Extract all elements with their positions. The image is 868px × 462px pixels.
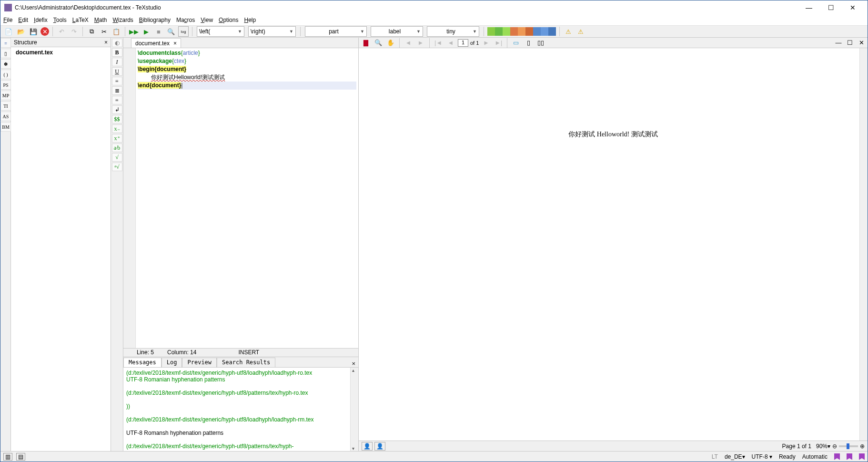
languagetool-icon[interactable]: LT: [712, 453, 718, 460]
menu-edit[interactable]: Edit: [18, 17, 28, 23]
next-page-icon[interactable]: ►: [481, 38, 491, 48]
nroot-icon[interactable]: ⁿ√: [112, 163, 122, 171]
tab-search-results[interactable]: Search Results: [217, 358, 275, 367]
symbol-brace-icon[interactable]: ( ): [0, 70, 11, 79]
code-editor[interactable]: \documentclass{article} \usepackage{ctex…: [123, 48, 358, 348]
sqrt-icon[interactable]: √: [112, 153, 122, 162]
history-back-icon[interactable]: ◄: [403, 38, 414, 48]
panel-toggle-2-icon[interactable]: ▤: [16, 453, 25, 461]
minimize-button[interactable]: —: [798, 0, 820, 15]
continuous-icon[interactable]: ▯▯: [535, 38, 546, 48]
bookmarks-icon[interactable]: ▯: [0, 49, 11, 58]
symbol-ps-icon[interactable]: PS: [0, 80, 11, 90]
italic-button[interactable]: I: [112, 58, 122, 66]
left-bracket-dropdown[interactable]: \left(▼: [197, 26, 244, 37]
stop-icon[interactable]: ■: [153, 26, 164, 37]
symbol-bm-icon[interactable]: BM: [0, 122, 11, 132]
open-file-icon[interactable]: 📂: [16, 26, 26, 37]
size-dropdown[interactable]: tiny▼: [427, 26, 479, 37]
messages-close-icon[interactable]: ×: [349, 360, 358, 367]
toggle-fmt-icon[interactable]: ◐: [112, 39, 122, 47]
save-icon[interactable]: 💾: [28, 26, 39, 37]
symbol-ti-icon[interactable]: TI: [0, 101, 11, 111]
panel-toggle-1-icon[interactable]: ▥: [3, 453, 12, 461]
hand-tool-icon[interactable]: ✋: [385, 38, 396, 48]
first-page-icon[interactable]: |◄: [433, 38, 444, 48]
encoding-selector[interactable]: UTF-8 ▾: [752, 453, 772, 460]
menu-wizards[interactable]: Wizards: [113, 17, 133, 23]
editor-tab-document[interactable]: document.tex ×: [131, 38, 181, 48]
single-page-icon[interactable]: ▯: [523, 38, 534, 48]
align-right-icon[interactable]: ≡: [112, 96, 122, 104]
frac-icon[interactable]: a⁄b: [112, 144, 122, 152]
cut-icon[interactable]: ✂: [99, 26, 109, 37]
preview-scrollbar[interactable]: [859, 48, 868, 441]
menu-latex[interactable]: LaTeX: [72, 17, 89, 23]
redo-icon[interactable]: ↷: [69, 26, 79, 37]
preview-max-icon[interactable]: ☐: [845, 38, 855, 48]
warning-prev-icon[interactable]: ⚠: [563, 26, 574, 37]
bookmark-3-icon[interactable]: [859, 453, 865, 460]
underline-button[interactable]: U: [112, 67, 122, 76]
menu-help[interactable]: Help: [244, 17, 256, 23]
zoom-in-icon[interactable]: ⊕: [860, 443, 865, 450]
menu-tools[interactable]: Tools: [53, 17, 67, 23]
prev-page-icon[interactable]: ◄: [445, 38, 456, 48]
maximize-button[interactable]: ☐: [820, 0, 842, 15]
last-page-icon[interactable]: ►|: [493, 38, 504, 48]
page-number-input[interactable]: 1: [458, 39, 468, 47]
structure-close-icon[interactable]: ×: [104, 39, 108, 46]
menu-view[interactable]: View: [201, 17, 213, 23]
structure-file-item[interactable]: document.tex: [16, 49, 106, 56]
lineend-selector[interactable]: Automatic: [802, 453, 828, 460]
menu-math[interactable]: Math: [94, 17, 107, 23]
structure-toggle-icon[interactable]: ≡: [0, 38, 11, 48]
tab-messages[interactable]: Messages: [123, 358, 161, 367]
tab-close-icon[interactable]: ×: [173, 40, 177, 47]
menu-idefix[interactable]: Idefix: [34, 17, 48, 23]
symbol-mp-icon[interactable]: MP: [0, 91, 11, 100]
messages-scrollbar[interactable]: [350, 368, 358, 451]
messages-body[interactable]: (d:/texlive/2018/texmf-dist/tex/generic/…: [123, 367, 358, 451]
tab-log[interactable]: Log: [161, 358, 182, 367]
menu-file[interactable]: File: [3, 17, 12, 23]
fit-width-icon[interactable]: ▭: [511, 38, 521, 48]
zoom-value[interactable]: 90%▾: [816, 443, 830, 450]
user-icon-1[interactable]: 👤: [362, 442, 373, 451]
zoom-out-icon[interactable]: ⊖: [832, 443, 837, 450]
symbol-star-icon[interactable]: ✽: [0, 59, 11, 69]
align-center-icon[interactable]: ≣: [112, 86, 122, 95]
warning-next-icon[interactable]: ⚠: [575, 26, 586, 37]
build-run-icon[interactable]: ▶▶: [129, 26, 139, 37]
copy-icon[interactable]: ⧉: [86, 26, 97, 37]
inline-math-button[interactable]: $$: [112, 115, 122, 123]
menu-bibliography[interactable]: Bibliography: [139, 17, 171, 23]
new-file-icon[interactable]: 📄: [3, 26, 14, 37]
preview-close-icon[interactable]: ✕: [856, 38, 867, 48]
close-button[interactable]: ✕: [842, 0, 864, 15]
newline-icon[interactable]: ↲: [112, 105, 122, 114]
close-doc-icon[interactable]: ✕: [40, 27, 49, 36]
paste-icon[interactable]: 📋: [111, 26, 121, 37]
language-selector[interactable]: de_DE▾: [725, 453, 745, 460]
tab-preview[interactable]: Preview: [182, 358, 217, 367]
compile-icon[interactable]: ▶: [141, 26, 151, 37]
view-pdf-icon[interactable]: 🔍: [166, 26, 176, 37]
ref-dropdown[interactable]: label▼: [371, 26, 423, 37]
menu-options[interactable]: Options: [219, 17, 238, 23]
bold-button[interactable]: B: [112, 48, 122, 57]
undo-icon[interactable]: ↶: [56, 26, 67, 37]
history-fwd-icon[interactable]: ►: [415, 38, 426, 48]
align-left-icon[interactable]: ≡: [112, 77, 122, 85]
pdf-icon[interactable]: ▇: [361, 38, 371, 48]
alignment-palette[interactable]: [487, 27, 556, 36]
superscript-icon[interactable]: x⁺: [112, 134, 122, 143]
bookmark-1-icon[interactable]: [834, 453, 840, 460]
zoom-tool-icon[interactable]: 🔍: [373, 38, 384, 48]
view-log-icon[interactable]: log: [178, 26, 189, 37]
right-bracket-dropdown[interactable]: \right)▼: [248, 26, 296, 37]
user-icon-2[interactable]: 👤: [374, 442, 385, 451]
preview-viewport[interactable]: 你好测试 Helloworld! 测试测试: [359, 48, 868, 441]
bookmark-2-icon[interactable]: [847, 453, 852, 460]
section-dropdown[interactable]: part▼: [305, 26, 367, 37]
